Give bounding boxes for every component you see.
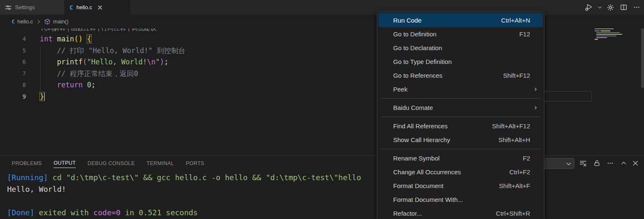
split-editor-icon[interactable] [618, 3, 629, 13]
menu-item-shortcut: Shift+Alt+F [499, 182, 530, 189]
output-line: Hello, World! [7, 183, 66, 195]
chevron-right-icon [36, 19, 41, 25]
menu-item-shortcut: Shift+F12 [503, 72, 530, 79]
menu-item-show-call-hierarchy[interactable]: Show Call HierarchyShift+Alt+H [379, 133, 543, 147]
symbol-method-icon [44, 18, 51, 25]
tab-hello-c[interactable]: C hello.c [64, 0, 130, 15]
run-or-debug-icon[interactable] [584, 3, 594, 13]
menu-item-find-all-references[interactable]: Find All ReferencesShift+Alt+F12 [379, 119, 543, 133]
minimap-line [595, 31, 600, 31]
chevron-down-icon[interactable] [597, 3, 603, 13]
menu-item-label: Find All References [393, 122, 492, 130]
breadcrumb-symbol[interactable]: main() [53, 18, 69, 25]
menu-item-label: Go to Definition [393, 31, 519, 38]
ellipsis-icon[interactable] [631, 3, 641, 13]
code-text: return 0; [40, 79, 95, 91]
menu-item-label: Go to Declaration [393, 44, 530, 51]
menu-item-peek[interactable]: Peek› [379, 82, 543, 96]
menu-item-go-to-type-definition[interactable]: Go to Type Definition [379, 55, 543, 69]
menu-item-label: Format Document [393, 182, 499, 189]
menu-item-label: Change All Occurrences [393, 168, 509, 176]
minimap-line [595, 28, 614, 29]
menu-item-label: Format Document With... [393, 196, 530, 203]
menu-item-go-to-references[interactable]: Go to ReferencesShift+F12 [379, 69, 543, 82]
menu-separator [381, 117, 540, 117]
minimap-line [596, 37, 607, 38]
codelens-links[interactable]: 代码解释 | 函数注释 | 行间注释 | 调优建议 [41, 28, 157, 32]
text-cursor [44, 92, 45, 101]
menu-item-go-to-declaration[interactable]: Go to Declaration [379, 41, 543, 55]
line-number: 4 [0, 33, 26, 45]
tab-label: hello.c [76, 4, 92, 10]
menu-item-label: Go to References [393, 72, 503, 79]
unlock-icon[interactable] [593, 159, 600, 167]
code-line-7: 7 // 程序正常结束，返回0 [0, 68, 644, 80]
menu-item-format-document-with[interactable]: Format Document With... [379, 193, 543, 206]
code-line-4: 4int main() { [0, 33, 644, 45]
menu-item-change-all-occurrences[interactable]: Change All OccurrencesCtrl+F2 [379, 165, 543, 179]
code-editor[interactable]: 代码解释 | 函数注释 | 行间注释 | 调优建议 4int main() {5… [0, 28, 644, 155]
tab-settings[interactable]: Settings [0, 0, 64, 15]
menu-item-refactor[interactable]: Refactor...Ctrl+Shift+R [379, 206, 543, 219]
menu-item-shortcut: F2 [523, 155, 530, 162]
menu-item-shortcut: Ctrl+Alt+N [501, 17, 530, 24]
menu-item-run-code[interactable]: Run CodeCtrl+Alt+N [379, 13, 543, 27]
bottom-panel: PROBLEMSOUTPUTDEBUG CONSOLETERMINALPORTS [0, 155, 644, 219]
minimap-line [596, 34, 622, 35]
menu-item-label: Peek [393, 86, 530, 93]
output-console[interactable]: [Running] cd "d:\tmp\c-test\" && gcc hel… [7, 172, 644, 219]
menu-separator [381, 98, 540, 99]
line-number: 5 [0, 45, 26, 57]
minimap[interactable] [590, 28, 640, 79]
settings-sliders-icon [5, 4, 12, 11]
code-line-5: 5 // 打印 "Hello, World!" 到控制台 [0, 45, 644, 57]
code-text: } [40, 91, 45, 103]
c-file-icon: C [12, 19, 15, 25]
code-line-6: 6 printf("Hello, World!\n"); [0, 56, 644, 68]
code-text: // 程序正常结束，返回0 [40, 68, 138, 80]
line-number: 7 [0, 68, 26, 80]
menu-item-baidu-comate[interactable]: Baidu Comate› [379, 101, 543, 115]
submenu-chevron-icon: › [534, 103, 537, 112]
close-tab-icon[interactable] [97, 5, 103, 10]
context-menu: Run CodeCtrl+Alt+NGo to DefinitionF12Go … [377, 12, 544, 219]
editor-scrollbar[interactable] [641, 28, 644, 88]
code-text: // 打印 "Hello, World!" 到控制台 [40, 45, 185, 57]
gear-icon[interactable] [605, 3, 616, 13]
menu-item-shortcut: Shift+Alt+H [498, 136, 530, 143]
minimap-line [596, 32, 620, 33]
submenu-chevron-icon: › [534, 85, 537, 93]
clear-output-icon[interactable] [579, 159, 587, 167]
menu-item-rename-symbol[interactable]: Rename SymbolF2 [379, 151, 543, 165]
line-number: 8 [0, 79, 26, 91]
menu-item-shortcut: Shift+Alt+F12 [492, 122, 530, 130]
menu-item-label: Baidu Comate [393, 104, 530, 111]
c-file-icon: C [70, 4, 73, 11]
menu-item-label: Refactor... [393, 210, 496, 217]
editor-actions [584, 0, 641, 15]
panel-controls [0, 156, 644, 170]
code-text: int main() { [40, 33, 91, 45]
menu-item-label: Run Code [393, 17, 501, 24]
editor-tab-bar: Settings C hello.c [0, 0, 644, 15]
tab-label: Settings [15, 4, 35, 10]
ellipsis-icon[interactable] [606, 159, 614, 167]
menu-item-shortcut: F12 [519, 31, 530, 38]
output-line: [Running] cd "d:\tmp\c-test\" && gcc hel… [7, 172, 361, 183]
close-panel-icon[interactable] [631, 159, 639, 167]
line-number: 6 [0, 56, 26, 68]
menu-item-label: Rename Symbol [393, 155, 523, 162]
minimap-line [600, 31, 611, 31]
menu-item-shortcut: Ctrl+F2 [509, 168, 530, 176]
line-number: 9 [0, 91, 26, 103]
maximize-panel-icon[interactable] [620, 159, 627, 167]
menu-separator [381, 149, 540, 149]
minimap-line [596, 36, 616, 36]
menu-item-go-to-definition[interactable]: Go to DefinitionF12 [379, 27, 543, 41]
menu-item-format-document[interactable]: Format DocumentShift+Alt+F [379, 179, 543, 193]
menu-item-shortcut: Ctrl+Shift+R [496, 210, 530, 217]
menu-item-label: Show Call Hierarchy [393, 136, 498, 143]
output-line: [Done] exited with code=0 in 0.521 secon… [7, 207, 198, 219]
breadcrumb-file[interactable]: hello.c [17, 18, 33, 25]
menu-item-label: Go to Type Definition [393, 58, 530, 65]
